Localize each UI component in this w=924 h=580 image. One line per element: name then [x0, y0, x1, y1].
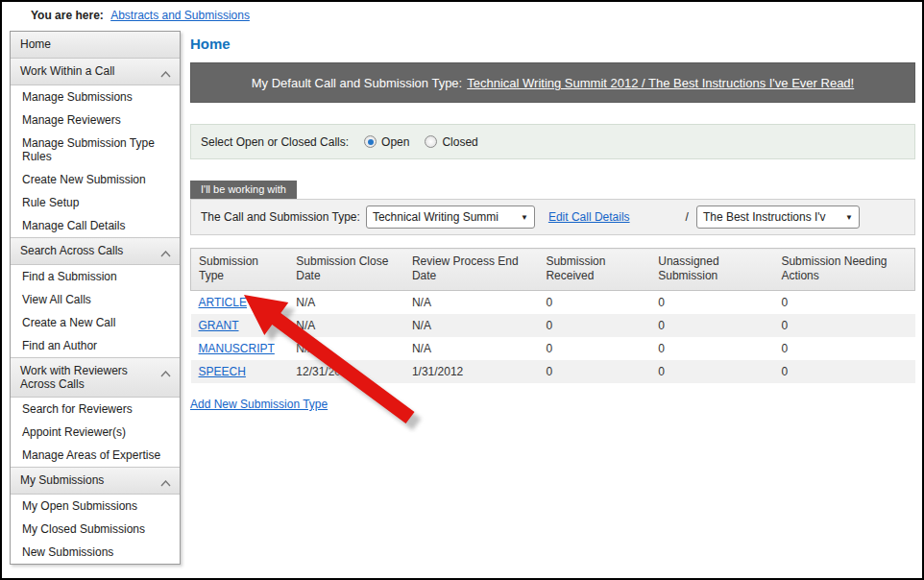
- sidebar-item-find-an-author[interactable]: Find an Author: [11, 334, 180, 357]
- sidebar-item-my-closed-submissions[interactable]: My Closed Submissions: [11, 518, 180, 541]
- radio-open-label: Open: [381, 135, 409, 149]
- cell-review-end-date: N/A: [404, 291, 538, 315]
- sidebar-item-create-new-submission[interactable]: Create New Submission: [11, 168, 180, 191]
- cell-needing-actions: 0: [773, 337, 914, 360]
- radio-closed-label: Closed: [442, 135, 477, 149]
- cell-close-date: N/A: [288, 291, 404, 315]
- app-window: { "breadcrumb": { "prefix": "You are her…: [0, 0, 924, 580]
- sidebar-section-search-across-calls[interactable]: Search Across Calls: [11, 238, 180, 265]
- cell-received: 0: [538, 291, 650, 315]
- chevron-up-icon: [160, 247, 171, 260]
- sidebar-group-work-with-reviewers: Search for Reviewers Appoint Reviewer(s)…: [11, 398, 180, 468]
- dropdown-caret-icon: ▼: [845, 213, 853, 222]
- grant-link[interactable]: GRANT: [199, 319, 239, 332]
- edit-call-details-link[interactable]: Edit Call Details: [548, 210, 630, 224]
- table-row-article: ARTICLE N/A N/A 0 0 0: [191, 291, 915, 315]
- open-closed-calls-filter: Select Open or Closed Calls: Open Closed: [190, 124, 915, 159]
- col-submission-needing-actions: Submission Needing Actions: [773, 249, 914, 291]
- call-filter-label: Select Open or Closed Calls:: [201, 135, 349, 149]
- cell-close-date: 12/31/2011: [288, 360, 404, 383]
- working-with-panel: The Call and Submission Type: Technical …: [190, 199, 915, 235]
- sidebar-section-label: Work with Reviewers Across Calls: [20, 364, 128, 391]
- sidebar-section-label: Search Across Calls: [20, 244, 123, 257]
- radio-button-icon: [425, 135, 437, 148]
- banner-prefix: My Default Call and Submission Type:: [252, 76, 462, 90]
- sidebar-nav: Home Work Within a Call Manage Submissio…: [10, 31, 181, 565]
- default-call-link[interactable]: Technical Writing Summit 2012 / The Best…: [467, 76, 854, 90]
- sidebar-section-work-within-a-call[interactable]: Work Within a Call: [11, 59, 180, 85]
- cell-close-date: N/A: [288, 314, 404, 337]
- cell-review-end-date: N/A: [404, 337, 538, 360]
- table-header-row: Submission Type Submission Close Date Re…: [191, 249, 915, 291]
- manuscript-link[interactable]: MANUSCRIPT: [199, 342, 275, 355]
- table-row-grant: GRANT N/A N/A 0 0 0: [191, 314, 915, 337]
- radio-button-icon: [364, 135, 377, 148]
- sidebar-group-work-within-a-call: Manage Submissions Manage Reviewers Mana…: [11, 85, 180, 238]
- breadcrumb: You are here: Abstracts and Submissions: [31, 9, 250, 22]
- main-content: Home My Default Call and Submission Type…: [190, 36, 915, 411]
- chevron-up-icon: [160, 367, 171, 380]
- working-with-tab: I'll be working with: [190, 181, 297, 199]
- call-type-separator: /: [686, 210, 689, 224]
- sidebar-section-work-with-reviewers-across-calls[interactable]: Work with Reviewers Across Calls: [11, 358, 180, 398]
- cell-received: 0: [538, 337, 650, 360]
- cell-received: 0: [538, 360, 650, 383]
- radio-open[interactable]: Open: [364, 135, 409, 149]
- sidebar-item-new-submissions[interactable]: New Submissions: [11, 541, 180, 564]
- call-type-label: The Call and Submission Type:: [201, 210, 360, 224]
- breadcrumb-link-abstracts-and-submissions[interactable]: Abstracts and Submissions: [110, 9, 250, 22]
- sidebar-item-manage-submissions[interactable]: Manage Submissions: [11, 85, 180, 109]
- radio-closed[interactable]: Closed: [425, 135, 477, 149]
- cell-unassigned: 0: [650, 337, 773, 360]
- cell-needing-actions: 0: [773, 314, 914, 337]
- sidebar-item-manage-call-details[interactable]: Manage Call Details: [11, 214, 180, 237]
- col-review-process-end-date: Review Process End Date: [404, 249, 538, 291]
- sidebar-group-search-across-calls: Find a Submission View All Calls Create …: [11, 265, 180, 358]
- sidebar-section-label: My Submissions: [20, 473, 104, 487]
- cell-received: 0: [538, 314, 650, 337]
- cell-needing-actions: 0: [773, 291, 914, 315]
- table-row-manuscript: MANUSCRIPT N/A N/A 0 0 0: [191, 337, 915, 360]
- submission-types-table: Submission Type Submission Close Date Re…: [190, 248, 915, 383]
- sidebar-item-manage-submission-type-rules[interactable]: Manage Submission Type Rules: [11, 132, 180, 168]
- sidebar-item-manage-areas-of-expertise[interactable]: Manage Areas of Expertise: [11, 444, 180, 467]
- dropdown-caret-icon: ▼: [521, 213, 528, 222]
- cell-unassigned: 0: [650, 314, 773, 337]
- sidebar-item-search-for-reviewers[interactable]: Search for Reviewers: [11, 398, 180, 421]
- submission-type-select-dropdown[interactable]: The Best Instructions I'v ▼: [696, 205, 860, 229]
- article-link[interactable]: ARTICLE: [199, 296, 247, 309]
- page-title: Home: [190, 36, 915, 52]
- sidebar-item-home[interactable]: Home: [11, 32, 180, 59]
- cell-unassigned: 0: [650, 360, 773, 383]
- chevron-up-icon: [160, 67, 171, 81]
- chevron-up-icon: [160, 476, 171, 490]
- default-call-banner: My Default Call and Submission Type: Tec…: [190, 62, 915, 103]
- add-new-submission-type-link[interactable]: Add New Submission Type: [190, 398, 328, 411]
- col-submission-close-date: Submission Close Date: [288, 249, 404, 291]
- col-unassigned-submission: Unassigned Submission: [650, 249, 773, 291]
- sidebar-item-rule-setup[interactable]: Rule Setup: [11, 191, 180, 214]
- sidebar-section-label: Work Within a Call: [20, 64, 114, 78]
- cell-needing-actions: 0: [773, 360, 914, 383]
- cell-review-end-date: 1/31/2012: [404, 360, 538, 383]
- cell-review-end-date: N/A: [404, 314, 538, 337]
- call-select-value: Technical Writing Summi: [373, 210, 498, 224]
- call-select-dropdown[interactable]: Technical Writing Summi ▼: [366, 205, 535, 229]
- sidebar-section-my-submissions[interactable]: My Submissions: [11, 468, 180, 495]
- table-row-speech: SPEECH 12/31/2011 1/31/2012 0 0 0: [191, 360, 915, 383]
- sidebar-item-appoint-reviewers[interactable]: Appoint Reviewer(s): [11, 421, 180, 444]
- col-submission-type: Submission Type: [191, 249, 289, 291]
- cell-unassigned: 0: [650, 291, 773, 315]
- sidebar-item-find-a-submission[interactable]: Find a Submission: [11, 265, 180, 288]
- sidebar-group-my-submissions: My Open Submissions My Closed Submission…: [11, 495, 180, 564]
- breadcrumb-prefix: You are here:: [31, 9, 104, 22]
- sidebar-item-label: Home: [20, 37, 51, 51]
- submission-type-select-value: The Best Instructions I'v: [703, 210, 826, 224]
- sidebar-item-create-a-new-call[interactable]: Create a New Call: [11, 311, 180, 334]
- sidebar-item-my-open-submissions[interactable]: My Open Submissions: [11, 495, 180, 518]
- speech-link[interactable]: SPEECH: [199, 365, 246, 378]
- col-submission-received: Submission Received: [538, 249, 650, 291]
- sidebar-item-manage-reviewers[interactable]: Manage Reviewers: [11, 109, 180, 132]
- sidebar-item-view-all-calls[interactable]: View All Calls: [11, 288, 180, 311]
- cell-close-date: N/A: [288, 337, 404, 360]
